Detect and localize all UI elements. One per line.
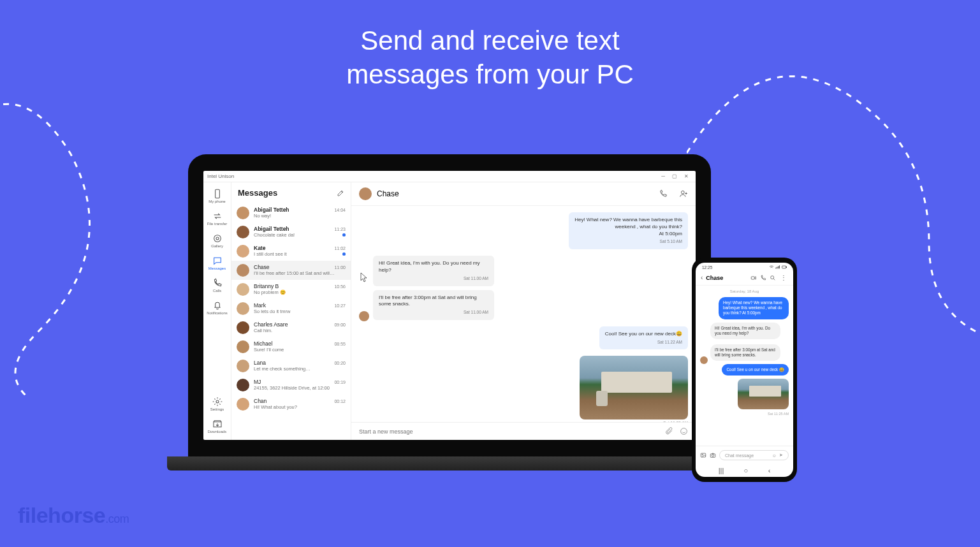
svg-point-13: [771, 275, 774, 279]
downloads-icon: [212, 419, 223, 429]
search-icon[interactable]: [770, 275, 776, 281]
received-message: I'll be free after 3:00pm at Sat and wil…: [373, 290, 494, 320]
conversation-item[interactable]: Chase 11:00 I'll be free after 15:00 at …: [231, 261, 351, 280]
navigation-rail: My phone File transfer Gallery Messages: [203, 182, 231, 440]
svg-point-15: [702, 454, 703, 455]
nav-gallery[interactable]: Gallery: [205, 231, 230, 251]
svg-rect-7: [777, 267, 777, 269]
phone-sent-image[interactable]: [738, 379, 789, 409]
phone-message-timestamp: Sat 11:25 AM: [700, 412, 789, 416]
laptop-base: [167, 456, 732, 470]
sent-message: Hey! What new? We wanna have barbeque th…: [569, 212, 688, 249]
nav-settings[interactable]: Settings: [205, 394, 230, 414]
window-titlebar: Intel Unison ─ ▢ ✕: [203, 171, 696, 182]
messages-icon: [212, 256, 223, 266]
conversation-preview: So lets do it tmrw: [254, 309, 346, 314]
conversation-avatar: [237, 302, 249, 315]
conversation-item[interactable]: Michael 08:55 Sure! I'll come: [231, 337, 351, 356]
message-timestamp: Sat 11.00 AM: [379, 310, 488, 316]
nav-downloads[interactable]: Downloads: [205, 416, 230, 436]
nav-file-transfer[interactable]: File transfer: [205, 208, 230, 228]
svg-rect-0: [215, 189, 219, 198]
nav-notifications[interactable]: Notifications: [205, 298, 230, 317]
phone-home-button[interactable]: ○: [744, 467, 749, 474]
camera-icon[interactable]: [710, 452, 716, 458]
contact-avatar: [359, 187, 372, 200]
unread-dot: [342, 233, 346, 237]
svg-point-3: [216, 400, 219, 403]
messages-heading: Messages: [238, 188, 337, 198]
image-icon[interactable]: [700, 452, 706, 458]
back-icon[interactable]: ‹: [701, 274, 703, 281]
phone-received-message: I'll be free after 3:00pm at Sat and wil…: [710, 344, 780, 361]
svg-point-1: [214, 235, 221, 242]
conversation-name: Chase: [254, 264, 334, 270]
video-call-icon[interactable]: [750, 275, 757, 281]
conversation-avatar: [237, 207, 249, 219]
phone-sent-message: Cool! See u on our new deck 😃: [722, 364, 789, 376]
window-close-button[interactable]: ✕: [680, 173, 692, 179]
phone-call-icon[interactable]: [760, 275, 766, 281]
conversation-item[interactable]: Charles Asare 09:00 Call him.: [231, 318, 351, 337]
phone-send-icon[interactable]: ➤: [779, 453, 783, 458]
window-maximize-button[interactable]: ▢: [669, 173, 680, 179]
chat-header: Chase: [351, 182, 696, 206]
svg-rect-10: [782, 266, 786, 268]
phone-recent-button[interactable]: |||: [719, 467, 724, 474]
conversation-item[interactable]: Lana 00:20 Let me check something…: [231, 356, 351, 376]
phone-back-button[interactable]: ‹: [768, 467, 771, 474]
chat-contact-name: Chase: [377, 189, 647, 198]
conversation-name: Kate: [254, 245, 334, 251]
svg-rect-14: [701, 453, 706, 457]
conversation-time: 08:55: [334, 342, 346, 346]
call-icon[interactable]: [659, 189, 668, 198]
conversation-preview: I still dont see it: [254, 251, 340, 257]
message-timestamp: Sat 11.22 AM: [605, 340, 682, 346]
conversation-preview: Let me check something…: [254, 366, 346, 372]
emoji-icon[interactable]: [680, 427, 688, 435]
conversation-time: 10:27: [334, 303, 346, 308]
message-input[interactable]: [359, 428, 659, 435]
nav-messages[interactable]: Messages: [205, 253, 230, 273]
conversation-item[interactable]: Kate 11:02 I still dont see it: [231, 242, 351, 261]
conversation-item[interactable]: MJ 00:19 24155, 3622 Hillside Drive, at …: [231, 376, 351, 395]
conversation-preview: Sure! I'll come: [254, 347, 346, 353]
svg-point-4: [682, 191, 685, 194]
conversation-name: Abigail Tetteh: [254, 226, 334, 232]
conversation-time: 11:00: [334, 265, 346, 270]
chat-scroll[interactable]: Hey! What new? We wanna have barbeque th…: [351, 206, 696, 422]
watermark: filehorse.com: [18, 503, 129, 528]
conversation-preview: Hi! What about you?: [254, 404, 346, 410]
attachment-icon[interactable]: [665, 427, 673, 435]
nav-calls[interactable]: Calls: [205, 275, 230, 295]
phone-emoji-icon[interactable]: ☺: [772, 453, 777, 458]
phone-nav-bar: ||| ○ ‹: [696, 464, 793, 477]
conversation-preview: Chocolate cake da!: [254, 232, 340, 238]
unread-dot: [342, 252, 346, 256]
conversation-item[interactable]: Abigail Tetteh 14:04 No way!: [231, 203, 351, 222]
svg-point-17: [712, 455, 713, 456]
conversation-avatar: [237, 283, 249, 296]
conversation-item[interactable]: Abigail Tetteh 11:23 Chocolate cake da!: [231, 222, 351, 242]
conversation-avatar: [237, 379, 249, 391]
more-icon[interactable]: ⋮: [779, 274, 788, 281]
nav-my-phone[interactable]: My phone: [205, 186, 230, 206]
conversation-time: 11:23: [334, 227, 346, 231]
conversation-avatar: [237, 360, 249, 372]
compose-icon[interactable]: [337, 189, 344, 197]
svg-point-2: [216, 237, 219, 240]
add-person-icon[interactable]: [679, 189, 688, 198]
conversation-item[interactable]: Mark 10:27 So lets do it tmrw: [231, 299, 351, 318]
phone-contact-avatar: [700, 356, 708, 364]
headline-line1: Send and receive text: [360, 26, 619, 55]
conversation-item[interactable]: Chan 00:12 Hi! What about you?: [231, 395, 351, 414]
phone-chat-scroll[interactable]: Saturday, 18 Aug Hey! What new? We wanna…: [696, 286, 793, 446]
window-minimize-button[interactable]: ─: [657, 173, 669, 179]
conversation-preview: 24155, 3622 Hillside Drive, at 12:00: [254, 385, 346, 391]
conversation-time: 14:04: [334, 208, 346, 212]
svg-rect-9: [779, 265, 780, 268]
conversation-item[interactable]: Britanny B 10:56 No problem 😊: [231, 280, 351, 299]
svg-point-5: [681, 428, 687, 435]
phone-message-input[interactable]: Chat message ☺ ➤: [719, 450, 789, 460]
sent-image[interactable]: [580, 356, 688, 419]
